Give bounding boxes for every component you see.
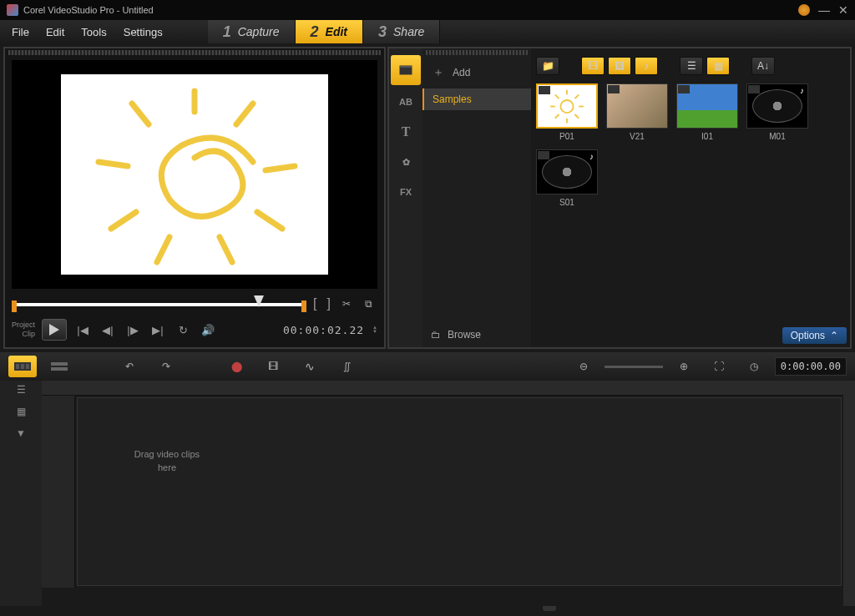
svg-line-18 bbox=[555, 114, 559, 119]
thumb-p01[interactable]: P01 bbox=[536, 83, 598, 141]
thumb-v21[interactable]: V21 bbox=[606, 83, 668, 141]
view-list-button[interactable]: ☰ bbox=[680, 57, 703, 75]
undo-button[interactable]: ↶ bbox=[115, 356, 144, 377]
options-panel-button[interactable]: Options ⌃ bbox=[782, 327, 847, 344]
add-folder-button[interactable]: ＋ Add bbox=[422, 57, 531, 88]
scrub-slider[interactable] bbox=[13, 295, 305, 312]
svg-rect-10 bbox=[400, 66, 412, 68]
cut-icon[interactable]: ✂ bbox=[339, 296, 354, 311]
svg-rect-23 bbox=[26, 364, 29, 369]
menu-file[interactable]: File bbox=[12, 26, 29, 38]
step-tabs: 1 Capture 2 Edit 3 Share bbox=[208, 20, 441, 43]
title-bar: Corel VideoStudio Pro - Untitled — ✕ bbox=[0, 0, 855, 20]
library-folder-column: ＋ Add Samples 🗀 Browse bbox=[422, 48, 531, 347]
zoom-in-button[interactable]: ⊕ bbox=[670, 356, 698, 377]
step-capture[interactable]: 1 Capture bbox=[208, 20, 296, 43]
thumb-s01[interactable]: ♪ S01 bbox=[536, 149, 598, 207]
next-frame-button[interactable]: |▶ bbox=[124, 324, 142, 336]
timeline-toolbar: ↶ ↷ ⬤ 🎞 ∿ ∬ ⊖ ⊕ ⛶ ◷ 0:00:00.00 bbox=[0, 352, 855, 381]
scrub-bar-row: [ ] ✂ ⧉ bbox=[5, 292, 384, 316]
lib-tab-media[interactable] bbox=[391, 55, 421, 85]
vertical-scrollbar[interactable] bbox=[843, 381, 855, 606]
lib-tab-title[interactable]: T bbox=[389, 117, 422, 147]
import-folder-button[interactable]: 📁 bbox=[536, 57, 559, 75]
svg-line-4 bbox=[220, 237, 232, 262]
step-edit[interactable]: 2 Edit bbox=[296, 20, 363, 43]
menu-edit[interactable]: Edit bbox=[46, 26, 64, 38]
lib-tab-filter[interactable]: FX bbox=[389, 177, 422, 207]
menu-tools[interactable]: Tools bbox=[81, 26, 106, 38]
filter-audio-button[interactable]: ♪ bbox=[635, 57, 658, 75]
browse-button[interactable]: 🗀 Browse bbox=[422, 322, 531, 347]
close-button[interactable]: ✕ bbox=[838, 3, 848, 17]
svg-line-3 bbox=[257, 212, 282, 229]
library-toolbar: 📁 🎞 🖼 ♪ ☰ ▦ A↓ bbox=[536, 53, 845, 83]
volume-button[interactable]: 🔊 bbox=[199, 324, 217, 336]
zoom-slider[interactable] bbox=[605, 366, 663, 368]
timeline-view-button[interactable] bbox=[45, 356, 73, 377]
chevron-up-icon: ⌃ bbox=[830, 330, 838, 341]
timeline-body: ☰ ▦ ▼ Drag video clips here bbox=[0, 381, 855, 606]
filter-video-button[interactable]: 🎞 bbox=[581, 57, 605, 75]
play-button[interactable] bbox=[42, 319, 67, 341]
svg-line-17 bbox=[574, 94, 579, 98]
drop-hint-text: Drag video clips here bbox=[134, 447, 200, 474]
thumbnail-grid: P01 V21 I01 ♪ M01 bbox=[536, 83, 845, 207]
timeline-ruler[interactable] bbox=[42, 381, 843, 396]
sort-button[interactable]: A↓ bbox=[751, 57, 775, 75]
folder-samples[interactable]: Samples bbox=[422, 88, 531, 110]
browse-icon: 🗀 bbox=[431, 329, 441, 341]
playback-controls: Project Clip |◀ ◀| |▶ ▶| ↻ 🔊 00:00:02.22… bbox=[5, 316, 384, 347]
sound-mixer-button[interactable]: ∿ bbox=[296, 356, 324, 377]
repeat-button[interactable]: ↻ bbox=[174, 324, 192, 336]
preview-content bbox=[61, 74, 328, 275]
view-thumb-button[interactable]: ▦ bbox=[706, 57, 730, 75]
timeline-timecode[interactable]: 0:00:00.00 bbox=[775, 357, 847, 376]
preview-timecode[interactable]: 00:00:02.22 bbox=[283, 324, 364, 336]
thumb-i01[interactable]: I01 bbox=[676, 83, 738, 141]
mode-labels[interactable]: Project Clip bbox=[12, 321, 35, 339]
settings-gear-icon[interactable] bbox=[798, 4, 810, 16]
fit-project-button[interactable]: ⛶ bbox=[705, 356, 733, 377]
project-duration-button[interactable]: ◷ bbox=[740, 356, 768, 377]
go-start-button[interactable]: |◀ bbox=[73, 324, 92, 336]
plus-icon: ＋ bbox=[433, 65, 444, 80]
thumb-m01[interactable]: ♪ M01 bbox=[746, 83, 808, 141]
track-header[interactable] bbox=[42, 396, 75, 588]
go-end-button[interactable]: ▶| bbox=[149, 324, 167, 336]
video-track[interactable]: Drag video clips here bbox=[42, 396, 843, 588]
svg-point-11 bbox=[560, 100, 573, 113]
prev-frame-button[interactable]: ◀| bbox=[99, 324, 117, 336]
mark-out-button[interactable]: ] bbox=[326, 296, 332, 311]
track-menu-icon[interactable]: ☰ bbox=[17, 384, 26, 396]
svg-line-8 bbox=[132, 104, 149, 124]
auto-music-button[interactable]: ∬ bbox=[332, 356, 361, 377]
grip-handle[interactable] bbox=[8, 50, 381, 55]
batch-convert-button[interactable]: 🎞 bbox=[259, 356, 287, 377]
svg-line-5 bbox=[157, 237, 169, 262]
library-pane: AB T ✿ FX ＋ Add Samples 🗀 Browse 📁 🎞 🖼 bbox=[387, 47, 852, 349]
split-icon[interactable]: ⧉ bbox=[361, 296, 376, 311]
add-track-icon[interactable]: ▦ bbox=[17, 406, 26, 417]
record-button[interactable]: ⬤ bbox=[222, 356, 250, 377]
mark-in-button[interactable]: [ bbox=[311, 296, 318, 311]
app-icon bbox=[7, 4, 18, 16]
minimize-button[interactable]: — bbox=[818, 3, 830, 17]
track-drop-zone[interactable]: Drag video clips here bbox=[77, 397, 842, 586]
lib-tab-graphic[interactable]: ✿ bbox=[389, 147, 422, 177]
library-main: 📁 🎞 🖼 ♪ ☰ ▦ A↓ P01 bbox=[531, 48, 850, 347]
preview-canvas[interactable] bbox=[12, 60, 377, 289]
menu-settings[interactable]: Settings bbox=[124, 26, 163, 38]
redo-button[interactable]: ↷ bbox=[152, 356, 180, 377]
storyboard-view-button[interactable] bbox=[8, 356, 37, 377]
step-share[interactable]: 3 Share bbox=[363, 20, 440, 43]
filter-photo-button[interactable]: 🖼 bbox=[608, 57, 631, 75]
expand-tracks-icon[interactable]: ▼ bbox=[16, 427, 26, 439]
library-category-tabs: AB T ✿ FX bbox=[389, 48, 422, 347]
grip-handle[interactable] bbox=[426, 50, 528, 55]
timeline-tracks: Drag video clips here bbox=[42, 381, 843, 606]
zoom-out-button[interactable]: ⊖ bbox=[569, 356, 598, 377]
lib-tab-transition[interactable]: AB bbox=[389, 87, 422, 117]
timeline-area: ↶ ↷ ⬤ 🎞 ∿ ∬ ⊖ ⊕ ⛶ ◷ 0:00:00.00 ☰ ▦ ▼ Dra… bbox=[0, 352, 855, 606]
timecode-spinner[interactable]: ▲▼ bbox=[372, 326, 377, 334]
